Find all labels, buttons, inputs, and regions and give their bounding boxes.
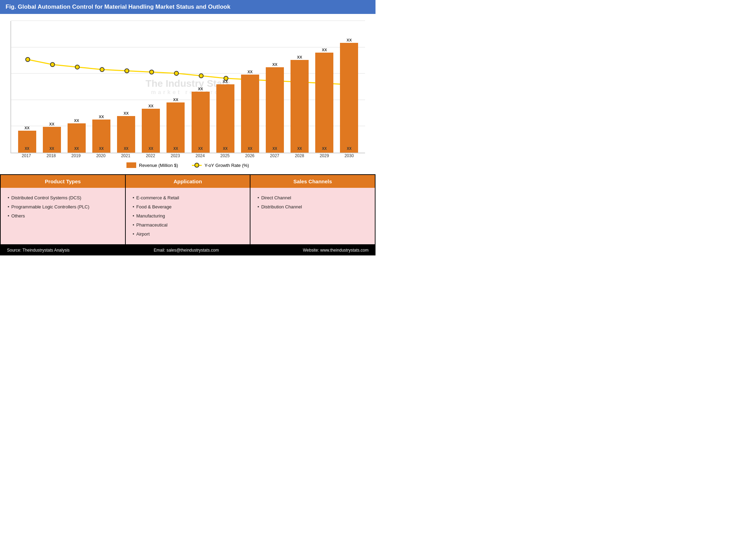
bar-bottom-label-2028: XX (297, 147, 302, 151)
bar-bottom-label-2025: XX (223, 147, 227, 151)
svg-point-6 (174, 71, 178, 75)
bar-bottom-label-2029: XX (322, 147, 327, 151)
bar-2022: XX (142, 109, 160, 153)
chart-legend: Revenue (Million $) Y-oY Growth Rate (%) (10, 162, 365, 168)
bar-group-2023: XXXX (163, 98, 188, 153)
panel-body-sales-channels: Direct ChannelDistribution Channel (250, 188, 375, 217)
panel-body-application: E-commerce & RetailFood & BeverageManufa… (126, 188, 250, 244)
svg-point-3 (100, 68, 104, 72)
list-item: Airport (133, 230, 243, 239)
footer: Source: Theindustrystats Analysis Email:… (0, 245, 376, 255)
footer-email: Email: sales@theindustrystats.com (154, 248, 219, 253)
x-label-2030: 2030 (337, 153, 362, 158)
x-label-2023: 2023 (163, 153, 188, 158)
bar-group-2017: XXXX (15, 126, 39, 153)
legend-line-icon (192, 165, 202, 166)
bar-top-label-2022: XX (148, 104, 154, 108)
bar-bottom-label-2022: XX (149, 147, 153, 151)
bar-bottom-label-2019: XX (74, 147, 79, 151)
bar-group-2019: XXXX (64, 118, 89, 153)
x-label-2024: 2024 (188, 153, 212, 158)
bar-top-label-2029: XX (322, 48, 327, 52)
bar-group-2021: XXXX (114, 111, 139, 153)
panel-sales-channels: Sales ChannelsDirect ChannelDistribution… (250, 175, 375, 244)
bar-group-2026: XXXX (238, 70, 262, 153)
bar-bottom-label-2026: XX (248, 147, 252, 151)
bar-bottom-label-2021: XX (124, 147, 128, 151)
bar-top-label-2030: XX (347, 38, 352, 42)
panel-header-sales-channels: Sales Channels (250, 175, 375, 188)
list-item: Programmable Logic Controllers (PLC) (8, 202, 118, 212)
list-item: E-commerce & Retail (133, 193, 243, 202)
bar-top-label-2023: XX (173, 98, 178, 102)
x-label-2027: 2027 (262, 153, 287, 158)
bar-bottom-label-2024: XX (198, 147, 203, 151)
bar-2029: XX (315, 53, 333, 153)
bar-top-label-2020: XX (99, 115, 104, 119)
x-label-2026: 2026 (238, 153, 262, 158)
bar-2027: XX (266, 67, 284, 153)
bar-2023: XX (167, 102, 185, 153)
legend-line-item: Y-oY Growth Rate (%) (192, 162, 249, 168)
bar-group-2025: XXXX (213, 79, 238, 153)
panel-header-product-types: Product Types (1, 175, 125, 188)
bar-top-label-2026: XX (247, 70, 253, 74)
svg-point-1 (51, 62, 55, 67)
svg-point-7 (199, 74, 203, 78)
bar-top-label-2021: XX (124, 111, 129, 115)
bar-top-label-2017: XX (24, 126, 30, 130)
bar-2019: XX (68, 123, 86, 153)
bar-group-2030: XXXX (337, 38, 362, 153)
list-item: Food & Beverage (133, 202, 243, 212)
bar-bottom-label-2018: XX (49, 147, 54, 151)
page-header: Fig. Global Automation Control for Mater… (0, 0, 376, 14)
bar-2028: XX (291, 60, 309, 153)
x-label-2029: 2029 (312, 153, 336, 158)
header-title: Fig. Global Automation Control for Mater… (6, 3, 230, 10)
bar-bottom-label-2017: XX (25, 147, 29, 151)
panel-header-application: Application (126, 175, 250, 188)
bar-bottom-label-2027: XX (272, 147, 277, 151)
x-label-2017: 2017 (14, 153, 39, 158)
svg-point-5 (149, 70, 154, 74)
svg-point-4 (125, 69, 129, 73)
bar-bottom-label-2020: XX (99, 147, 103, 151)
list-item: Manufacturing (133, 212, 243, 221)
chart-area: The Industry Stats market research XXXXX… (10, 21, 365, 153)
bar-bottom-label-2023: XX (173, 147, 178, 151)
bar-2018: XX (43, 127, 61, 153)
bar-group-2029: XXXX (312, 48, 337, 153)
bar-2020: XX (92, 120, 110, 153)
info-panels: Product TypesDistributed Control Systems… (0, 174, 376, 245)
bar-group-2018: XXXX (39, 122, 64, 153)
list-item: Direct Channel (257, 193, 368, 202)
x-label-2028: 2028 (287, 153, 312, 158)
bar-top-label-2027: XX (272, 62, 278, 67)
bar-2026: XX (241, 75, 259, 153)
bar-top-label-2018: XX (49, 122, 54, 126)
list-item: Distribution Channel (257, 202, 368, 212)
bar-group-2024: XXXX (188, 87, 213, 153)
grid-line-4 (11, 47, 365, 47)
chart-container: The Industry Stats market research XXXXX… (0, 14, 376, 174)
svg-point-0 (26, 57, 30, 62)
bar-bottom-label-2030: XX (347, 147, 351, 151)
bar-top-label-2028: XX (297, 55, 302, 59)
x-axis: 2017201820192020202120222023202420252026… (10, 153, 365, 158)
list-item: Pharmaceutical (133, 221, 243, 230)
legend-bar-icon (126, 162, 136, 168)
legend-bar-item: Revenue (Million $) (126, 162, 178, 168)
footer-website: Website: www.theindustrystats.com (303, 248, 369, 253)
grid-line-5 (11, 21, 365, 21)
x-label-2019: 2019 (64, 153, 88, 158)
bar-2025: XX (216, 84, 234, 153)
bar-2024: XX (192, 92, 210, 153)
bar-group-2022: XXXX (139, 104, 163, 153)
bar-top-label-2019: XX (74, 118, 79, 123)
x-label-2025: 2025 (212, 153, 237, 158)
bar-group-2020: XXXX (89, 115, 114, 153)
x-label-2021: 2021 (113, 153, 138, 158)
bar-2030: XX (340, 43, 358, 153)
legend-line-label: Y-oY Growth Rate (%) (204, 163, 249, 168)
bar-group-2027: XXXX (262, 62, 287, 153)
